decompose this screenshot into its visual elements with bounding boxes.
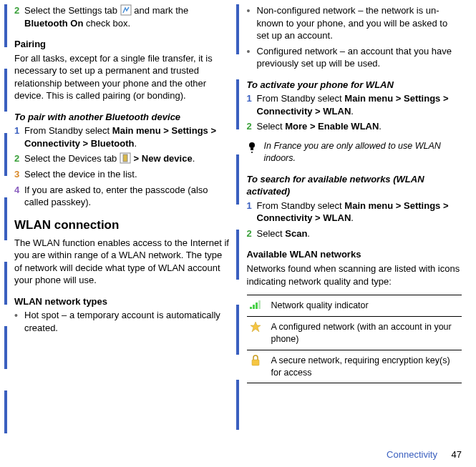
- page-number: 47: [452, 449, 462, 460]
- bluetooth-on-label: Bluetooth On: [24, 18, 83, 29]
- text: From Standby select: [257, 200, 345, 211]
- pair-step-3: 3 Select the device in the list.: [14, 168, 230, 181]
- step-number: 1: [14, 124, 19, 137]
- enable-wlan-label: More > Enable WLAN: [285, 121, 379, 132]
- step-number: 1: [247, 92, 252, 105]
- column-left: 2 Select the Settings tab and mark the B…: [14, 4, 230, 383]
- dash: –: [358, 5, 366, 16]
- star-icon: [248, 321, 263, 333]
- pair-step-2: 2 Select the Devices tab > New device.: [14, 152, 230, 165]
- text: From Standby select: [24, 125, 112, 136]
- column-right: Non-configured network – the network is …: [247, 4, 462, 383]
- pairing-heading: Pairing: [14, 38, 230, 51]
- network-icon-table: Network quality indicator A configured n…: [247, 295, 462, 383]
- devices-tab-icon: [120, 152, 131, 164]
- page-footer: Connectivity 47: [387, 448, 462, 461]
- text: Configured network: [257, 46, 340, 56]
- text: .: [193, 153, 195, 164]
- wlan-heading: WLAN connection: [14, 217, 230, 234]
- row-text: A configured network (with an account in…: [271, 321, 461, 345]
- dash: –: [340, 46, 348, 56]
- text: .: [307, 228, 310, 239]
- lock-icon: [248, 355, 263, 366]
- decoration-bar-mid: [236, 4, 239, 438]
- svg-marker-10: [251, 322, 261, 332]
- search-step-2: 2 Select Scan.: [247, 227, 462, 240]
- svg-rect-6: [250, 307, 252, 309]
- section-label: Connectivity: [387, 449, 437, 460]
- pairing-body: For all tasks, except for a single file …: [14, 52, 230, 102]
- new-device-label: New device: [142, 153, 193, 164]
- pair-step-4: 4 If you are asked to, enter the passcod…: [14, 184, 230, 209]
- text: check box.: [86, 18, 130, 29]
- search-step-1: 1 From Standby select Main menu > Settin…: [247, 200, 462, 225]
- wlan-body: The WLAN function enables access to the …: [14, 237, 230, 287]
- text: Select the Settings tab: [24, 5, 120, 16]
- text: and mark the: [134, 5, 188, 16]
- text: Select the device in the list.: [24, 169, 137, 180]
- nonconfigured-bullet: Non-configured network – the network is …: [247, 4, 462, 42]
- scan-label: Scan: [285, 228, 307, 239]
- text: Non-configured network: [257, 5, 359, 16]
- step-number: 2: [247, 227, 252, 240]
- text: Select the Devices tab: [24, 153, 120, 164]
- settings-tab-icon: [120, 4, 132, 16]
- search-heading: To search for available networks (WLAN a…: [247, 173, 462, 198]
- lightbulb-icon: [247, 142, 257, 157]
- svg-rect-9: [258, 300, 261, 309]
- text: >: [134, 153, 142, 164]
- svg-point-5: [251, 152, 253, 153]
- step-number: 2: [247, 120, 252, 133]
- table-row: Network quality indicator: [247, 295, 462, 316]
- activate-step-1: 1 From Standby select Main menu > Settin…: [247, 92, 462, 117]
- svg-rect-4: [251, 148, 253, 150]
- signal-bars-icon: [248, 300, 263, 310]
- activate-step-2: 2 Select More > Enable WLAN.: [247, 120, 462, 133]
- step-number: 2: [14, 4, 19, 17]
- svg-rect-2: [123, 154, 127, 162]
- available-heading: Available WLAN networks: [247, 248, 462, 261]
- step-number: 3: [14, 168, 19, 181]
- svg-rect-8: [256, 303, 258, 309]
- row-text: A secure network, requiring encryption k…: [271, 355, 461, 379]
- step-number: 4: [14, 184, 19, 197]
- configured-bullet: Configured network – an account that you…: [247, 45, 462, 70]
- decoration-bar-left: [4, 4, 7, 438]
- france-tip: In France you are only allowed to use WL…: [247, 140, 462, 164]
- activate-heading: To activate your phone for WLAN: [247, 79, 462, 92]
- table-row: A configured network (with an account in…: [247, 316, 462, 350]
- dash: –: [62, 310, 69, 320]
- text: Select: [257, 121, 286, 132]
- tip-text: In France you are only allowed to use WL…: [264, 140, 462, 164]
- table-row: A secure network, requiring encryption k…: [247, 350, 462, 383]
- svg-rect-7: [253, 305, 255, 309]
- text: .: [351, 212, 354, 223]
- text: From Standby select: [257, 93, 345, 104]
- svg-rect-11: [252, 360, 259, 365]
- text: Hot spot: [24, 310, 62, 320]
- text: .: [379, 121, 382, 132]
- row-text: Network quality indicator: [271, 300, 461, 312]
- text: Select: [257, 228, 286, 239]
- svg-point-3: [249, 142, 255, 148]
- settings-step-2: 2 Select the Settings tab and mark the B…: [14, 4, 230, 29]
- text: .: [351, 106, 354, 117]
- text: If you are asked to, enter the passcode …: [24, 185, 208, 208]
- step-number: 1: [247, 200, 252, 212]
- pair-instruction-heading: To pair with another Bluetooth device: [14, 111, 230, 124]
- hotspot-bullet: Hot spot – a temporary account is automa…: [14, 309, 230, 334]
- step-number: 2: [14, 152, 19, 165]
- text: .: [134, 138, 137, 149]
- pair-step-1: 1 From Standby select Main menu > Settin…: [14, 124, 230, 149]
- wlan-types-heading: WLAN network types: [14, 295, 230, 308]
- available-body: Networks found when scanning are listed …: [247, 262, 462, 287]
